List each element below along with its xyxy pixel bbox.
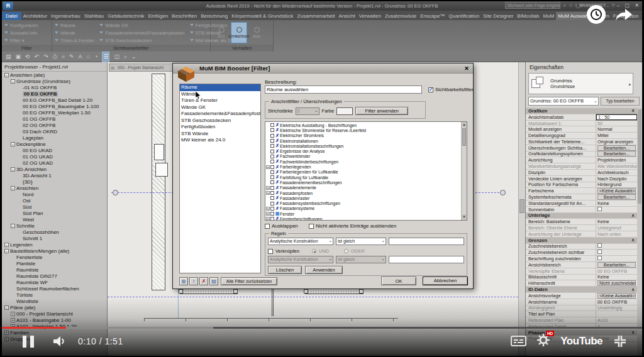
chevron-down-icon[interactable]: ▾ xyxy=(628,82,631,87)
search-icon[interactable]: ⌕ xyxy=(563,3,565,9)
expand-icon[interactable]: + xyxy=(11,318,15,322)
section-icon[interactable]: ◔ xyxy=(94,52,97,62)
category-checkbox[interactable] xyxy=(270,134,274,138)
category-checkbox[interactable] xyxy=(270,196,274,200)
category-checkbox[interactable] xyxy=(270,139,274,143)
expand-icon[interactable]: + xyxy=(266,165,270,169)
ribbon-tab-enscape-[interactable]: Enscape™ xyxy=(418,12,447,20)
apply-filter-button[interactable]: Filter anwenden xyxy=(355,107,408,115)
ribbon-tab-stahlbau[interactable]: Stahlbau xyxy=(82,12,106,20)
category-row[interactable]: ✗Fachwerkbinderbeschriftungen xyxy=(265,159,461,164)
default-3d-view-icon[interactable]: ⌂ xyxy=(87,52,90,62)
watch-later-button[interactable] xyxy=(587,5,606,24)
collapse-icon[interactable]: - xyxy=(4,305,9,310)
color-swatch-button[interactable] xyxy=(336,107,353,115)
youtube-logo[interactable]: YouTube xyxy=(560,335,602,348)
scroll-up-icon[interactable]: ▲ xyxy=(462,122,467,128)
edit-type-button[interactable]: Typ bearbeiten xyxy=(601,97,640,106)
category-checkbox[interactable] xyxy=(270,160,274,163)
rule-value-input[interactable] xyxy=(389,238,464,245)
canvas-scrollbar-thumb[interactable] xyxy=(519,199,525,213)
category-checkbox[interactable] xyxy=(270,191,274,195)
filter-list-item[interactable]: Türen & Fenster xyxy=(180,97,260,104)
undo-icon[interactable]: ↶ xyxy=(35,52,40,62)
thin-lines-icon[interactable]: ☰ xyxy=(102,52,109,62)
category-row[interactable]: ✗Elektroinstallationen xyxy=(265,138,461,143)
ok-button[interactable]: OK xyxy=(381,277,416,285)
property-value[interactable]: Projektnorden xyxy=(596,157,637,163)
close-icon[interactable]: ✕ xyxy=(463,65,470,72)
load-filters-icon[interactable]: ◍ xyxy=(179,277,188,285)
tree-item[interactable]: +A101 - Baueingabe 1-00 xyxy=(2,317,107,323)
section-collapse-icon[interactable]: ∧ xyxy=(631,108,637,113)
property-value[interactable]: Nach Disziplin xyxy=(596,176,637,182)
property-value[interactable]: Original anzeigen xyxy=(596,139,637,145)
rule-field-select-2[interactable]: Analytische Konstruktion xyxy=(268,256,333,263)
properties-scrollbar[interactable] xyxy=(637,108,642,356)
redo-icon[interactable]: ↷ xyxy=(43,52,48,62)
ribbon-button-auswahl-info[interactable]: Auswahl-Info xyxy=(4,29,49,36)
ribbon-tab-bimcollab[interactable]: BIMcollab xyxy=(515,12,541,20)
category-checkbox[interactable] xyxy=(270,144,274,148)
category-checkbox[interactable] xyxy=(270,175,274,179)
property-value[interactable]: Architektonisch xyxy=(596,170,637,175)
filter-list-item[interactable]: MW kleiner als 24.0 xyxy=(180,137,260,144)
fullscreen-icon[interactable] xyxy=(613,334,627,348)
tree-item[interactable]: -Legenden xyxy=(2,241,107,248)
category-row[interactable]: ✗Fassadensystembeschriftungen xyxy=(265,200,461,206)
zoom-icon[interactable]: ⌕ xyxy=(124,52,127,62)
filter-list-item[interactable]: Fertigfußboden xyxy=(180,124,260,131)
property-button[interactable]: <Keine Auswahl> xyxy=(597,293,636,299)
collapse-icon[interactable]: - xyxy=(11,167,15,172)
volume-icon[interactable] xyxy=(52,334,67,349)
section-collapse-icon[interactable]: ∧ xyxy=(631,213,637,218)
category-row[interactable]: ✗Ergebnisse der Analyse xyxy=(265,148,461,153)
collapse-icon[interactable]: - xyxy=(11,224,15,228)
ribbon-button-stb-geschossdecken[interactable]: STB Geschossdecken xyxy=(99,36,184,44)
behavior-button-umkehren[interactable]: Umkehren xyxy=(231,22,247,43)
tree-item[interactable]: Lageplan xyxy=(2,135,107,141)
category-row[interactable]: +▦Fenster xyxy=(265,211,461,216)
property-value[interactable]: 1 : 50 xyxy=(596,114,637,120)
ribbon-tab-k-rpermodell-grundst-ck[interactable]: Körpermodell & Grundstück xyxy=(230,12,295,20)
category-row[interactable]: ✗Fassadenraster xyxy=(265,195,461,200)
property-button[interactable]: <Keine Auswahl> xyxy=(597,188,636,194)
category-row[interactable]: +✗Farbenlegenden xyxy=(265,164,461,169)
tree-item[interactable]: -01 KG OKFFB xyxy=(2,84,107,91)
tree-item[interactable]: -Ansichten (alle) xyxy=(2,72,107,78)
new-filter-icon[interactable]: ▤ xyxy=(209,277,218,285)
tree-item[interactable]: 3D-Ansicht 1 xyxy=(2,172,107,178)
description-input[interactable]: Räume auswählen xyxy=(265,85,422,94)
category-row[interactable]: +✗Fassadenelemente xyxy=(265,185,461,190)
tree-item[interactable]: -Schnitte xyxy=(2,222,107,229)
category-checkbox[interactable] xyxy=(270,128,274,132)
tree-item[interactable]: Raumliste DIN277 xyxy=(2,273,107,279)
ribbon-button-w-nde[interactable]: Wände xyxy=(55,29,94,36)
tree-item[interactable]: -Deckenpläne xyxy=(2,141,107,147)
category-row[interactable]: ✗Fassadenelementbeschriftungen xyxy=(265,180,461,185)
apply-button[interactable]: Anwenden xyxy=(305,266,343,274)
tree-item[interactable]: 02 OG OKFFB xyxy=(2,122,107,128)
category-scrollbar-thumb[interactable] xyxy=(462,128,466,146)
settings-button[interactable]: HD xyxy=(537,334,550,349)
measure-icon[interactable]: ⌗ xyxy=(62,52,65,62)
property-checkbox[interactable] xyxy=(597,256,602,260)
print-icon[interactable]: ⎙ xyxy=(53,52,57,62)
property-value[interactable]: Hintergrund xyxy=(596,182,637,187)
view-selector[interactable]: Grundriss: 00 EG OKFFB xyxy=(528,97,599,106)
category-row[interactable]: ✗Farbenlegenden für Luftkanäle xyxy=(265,170,461,175)
ribbon-button-fassadenelemente-fassadenpfosten[interactable]: Fassadenelemente&Fassadenpfosten xyxy=(99,29,184,36)
ribbon-button-filter-[interactable]: Filter ▾ xyxy=(4,36,49,44)
filter-list-item[interactable]: Wände xyxy=(180,91,260,98)
tree-item[interactable]: Geschosshöhen xyxy=(2,229,107,235)
property-checkbox[interactable] xyxy=(597,243,602,248)
property-button[interactable]: Bearbeiten... xyxy=(597,151,636,157)
ribbon-tab-geb-udetechnik[interactable]: Gebäudetechnik xyxy=(106,12,146,20)
tree-item[interactable]: 00 EG UKAD xyxy=(2,147,107,153)
collapse-icon[interactable]: - xyxy=(11,142,15,146)
draw-icon[interactable]: ✎ xyxy=(69,52,74,62)
tree-item[interactable]: 00 EG OKFFB_Baueingabe 1-100 xyxy=(2,103,107,109)
property-checkbox[interactable] xyxy=(597,250,602,254)
and-radio[interactable] xyxy=(312,249,316,253)
ribbon-button-r-ume[interactable]: Räume xyxy=(55,21,94,29)
